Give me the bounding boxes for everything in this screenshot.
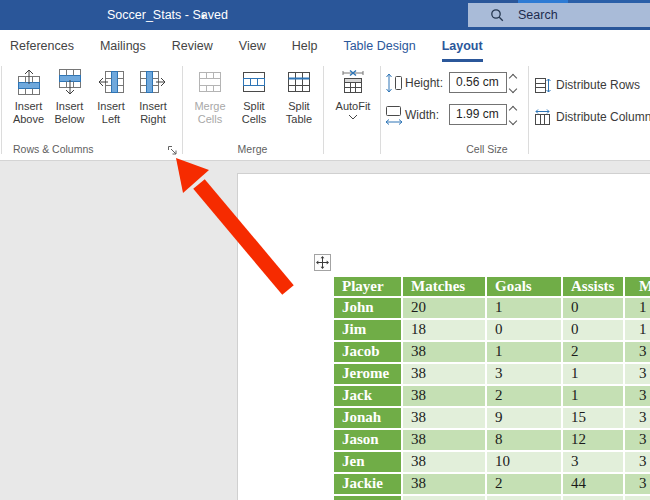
player-cell[interactable]: Jack xyxy=(334,386,403,408)
table-row[interactable]: Jason 38 8 12 3 xyxy=(334,430,650,452)
width-increase-button[interactable] xyxy=(509,105,517,113)
extra-cell[interactable]: 3 xyxy=(625,386,650,408)
table-move-handle[interactable] xyxy=(314,254,331,271)
matches-cell[interactable]: 38 xyxy=(403,430,487,452)
insert-left-icon xyxy=(97,68,125,96)
goals-cell[interactable]: 9 xyxy=(487,408,563,430)
insert-left-button[interactable]: Insert Left xyxy=(92,66,130,142)
extra-cell[interactable]: 3 xyxy=(625,408,650,430)
autofit-icon xyxy=(339,69,367,95)
distribute-columns-button[interactable]: Distribute Columns xyxy=(534,108,650,126)
ribbon-tab[interactable]: References xyxy=(10,30,74,62)
matches-cell[interactable]: 38 xyxy=(403,342,487,364)
ribbon-tab[interactable]: Help xyxy=(292,30,318,62)
height-decrease-button[interactable] xyxy=(509,84,517,92)
merge-cells-button[interactable]: Merge Cells xyxy=(188,66,232,142)
matches-cell[interactable]: 20 xyxy=(403,298,487,320)
autofit-button[interactable]: AutoFit xyxy=(330,66,376,142)
title-dropdown-caret[interactable]: ▾ xyxy=(201,1,206,31)
split-table-button[interactable]: Split Table xyxy=(276,66,322,142)
matches-cell[interactable]: 38 xyxy=(403,452,487,474)
goals-cell[interactable]: 2 xyxy=(487,386,563,408)
player-cell[interactable]: Jonah xyxy=(334,408,403,430)
goals-cell[interactable]: 10 xyxy=(487,452,563,474)
player-cell[interactable]: John xyxy=(334,298,403,320)
table-row[interactable]: Jen 38 10 3 3 xyxy=(334,452,650,474)
ribbon-tab[interactable]: View xyxy=(239,30,266,62)
player-cell[interactable]: Jim xyxy=(334,320,403,342)
goals-cell[interactable]: 3 xyxy=(487,364,563,386)
goals-cell[interactable]: 8 xyxy=(487,430,563,452)
table-row-partial[interactable] xyxy=(334,496,650,500)
ribbon-tab[interactable]: Table Design xyxy=(343,30,415,62)
assists-cell[interactable]: 12 xyxy=(563,430,625,452)
table-row[interactable]: Jonah 38 9 15 3 xyxy=(334,408,650,430)
table-row[interactable]: Jackie 38 2 44 3 xyxy=(334,474,650,496)
extra-cell[interactable]: 1 xyxy=(625,298,650,320)
extra-cell[interactable]: 3 xyxy=(625,474,650,496)
player-cell[interactable]: Jason xyxy=(334,430,403,452)
ribbon-tab[interactable]: Layout xyxy=(442,30,483,62)
matches-cell xyxy=(403,496,487,500)
header-cell[interactable]: Matches xyxy=(403,277,487,298)
width-label: Width: xyxy=(405,108,439,122)
move-cross-icon xyxy=(316,256,329,269)
assists-cell[interactable]: 0 xyxy=(563,320,625,342)
extra-cell[interactable]: 3 xyxy=(625,430,650,452)
rows-columns-dialog-launcher[interactable] xyxy=(166,144,179,157)
distribute-rows-button[interactable]: Distribute Rows xyxy=(534,76,640,94)
assists-cell[interactable]: 0 xyxy=(563,298,625,320)
goals-cell[interactable]: 2 xyxy=(487,474,563,496)
width-decrease-button[interactable] xyxy=(509,116,517,124)
table-row[interactable]: Jim 18 0 0 1 xyxy=(334,320,650,342)
insert-below-button[interactable]: Insert Below xyxy=(49,66,90,142)
assists-cell[interactable]: 3 xyxy=(563,452,625,474)
insert-above-button[interactable]: Insert Above xyxy=(8,66,49,142)
group-separator xyxy=(528,66,529,154)
player-cell[interactable]: Jerome xyxy=(334,364,403,386)
goals-cell[interactable]: 0 xyxy=(487,320,563,342)
extra-cell[interactable]: 1 xyxy=(625,320,650,342)
distribute-rows-icon xyxy=(534,77,551,94)
height-field[interactable]: 0.56 cm xyxy=(449,72,507,93)
document-title[interactable]: Soccer_Stats - Saved xyxy=(107,0,228,30)
table-row[interactable]: Jerome 38 3 1 3 xyxy=(334,364,650,386)
soccer-stats-table[interactable]: Player Matches Goals Assists M John 20 1… xyxy=(334,277,650,500)
header-cell[interactable]: Assists xyxy=(563,277,625,298)
height-spinner xyxy=(508,72,518,94)
ribbon-tab[interactable]: Mailings xyxy=(100,30,146,62)
assists-cell[interactable]: 2 xyxy=(563,342,625,364)
ribbon-tab[interactable]: Review xyxy=(172,30,213,62)
extra-cell[interactable]: 3 xyxy=(625,342,650,364)
insert-right-button[interactable]: Insert Right xyxy=(131,66,175,142)
player-cell[interactable]: Jen xyxy=(334,452,403,474)
player-cell[interactable]: Jackie xyxy=(334,474,403,496)
assists-cell[interactable]: 15 xyxy=(563,408,625,430)
split-cells-button[interactable]: Split Cells xyxy=(233,66,275,142)
height-increase-button[interactable] xyxy=(509,73,517,81)
table-row[interactable]: Jack 38 2 1 3 xyxy=(334,386,650,408)
matches-cell[interactable]: 38 xyxy=(403,364,487,386)
extra-cell[interactable]: 3 xyxy=(625,364,650,386)
table-row[interactable]: Jacob 38 1 2 3 xyxy=(334,342,650,364)
goals-cell[interactable]: 1 xyxy=(487,298,563,320)
assists-cell[interactable]: 1 xyxy=(563,364,625,386)
button-label: AutoFit xyxy=(336,100,371,113)
header-cell[interactable]: Player xyxy=(334,277,403,298)
goals-cell[interactable]: 1 xyxy=(487,342,563,364)
assists-cell[interactable]: 1 xyxy=(563,386,625,408)
width-field[interactable]: 1.99 cm xyxy=(449,104,507,125)
matches-cell[interactable]: 38 xyxy=(403,386,487,408)
player-cell[interactable]: Jacob xyxy=(334,342,403,364)
matches-cell[interactable]: 38 xyxy=(403,474,487,496)
table-row[interactable]: John 20 1 0 1 xyxy=(334,298,650,320)
header-cell[interactable]: M xyxy=(625,277,650,298)
extra-cell[interactable]: 3 xyxy=(625,452,650,474)
button-label: Insert xyxy=(55,100,85,113)
merge-group-label: Merge xyxy=(182,143,323,155)
matches-cell[interactable]: 18 xyxy=(403,320,487,342)
matches-cell[interactable]: 38 xyxy=(403,408,487,430)
assists-cell[interactable]: 44 xyxy=(563,474,625,496)
header-cell[interactable]: Goals xyxy=(487,277,563,298)
search-box[interactable]: Search xyxy=(468,3,650,27)
